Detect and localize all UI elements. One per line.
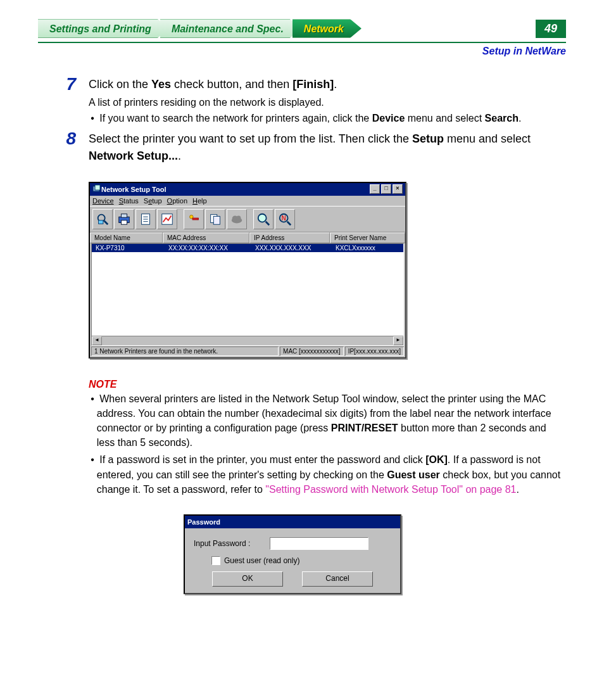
status-button[interactable] <box>135 209 156 229</box>
cell-ip: XXX.XXX.XXX.XXX <box>251 245 332 251</box>
document-icon <box>139 212 153 226</box>
step-7-main: Click on the Yes check button, and then … <box>89 76 521 92</box>
minimize-button[interactable]: _ <box>370 184 380 194</box>
menu-option[interactable]: Option <box>167 197 187 205</box>
chart-icon <box>160 212 174 226</box>
network-setup-tool-window: Network Setup Tool _ □ × Device Status S… <box>89 182 406 359</box>
magnify-icon <box>256 212 270 226</box>
cloud-button[interactable] <box>227 209 247 229</box>
menu-device[interactable]: Device <box>92 197 114 205</box>
copy-icon <box>208 212 222 226</box>
list-item[interactable]: KX-P7310 XX:XX:XX:XX:XX:XX XXX.XXX.XXX.X… <box>92 244 403 252</box>
ok-button[interactable]: OK <box>212 571 283 587</box>
svg-point-19 <box>236 215 241 220</box>
guest-user-label: Guest user (read only) <box>224 556 299 565</box>
guest-user-checkbox[interactable] <box>211 556 220 565</box>
section-path: Setup in NetWare <box>38 46 566 57</box>
svg-rect-4 <box>99 220 103 224</box>
svg-text:N: N <box>282 214 286 221</box>
tab-network[interactable]: Network <box>293 19 362 38</box>
menu-help[interactable]: Help <box>192 197 207 205</box>
search-icon <box>96 212 110 226</box>
password-input[interactable] <box>270 537 368 550</box>
divider <box>38 42 566 43</box>
chart-button[interactable] <box>157 209 177 229</box>
gear-key-icon <box>187 212 201 226</box>
password-label: Input Password : <box>194 539 270 548</box>
status-ip: IP[xxx.xxx.xxx.xxx] <box>345 347 404 356</box>
scrollbar-horizontal[interactable]: ◄ ► <box>92 336 403 345</box>
printer-button[interactable] <box>114 209 134 229</box>
step-number: 7 <box>38 75 89 94</box>
printer-list[interactable]: KX-P7310 XX:XX:XX:XX:XX:XX XXX.XXX.XXX.X… <box>91 243 404 346</box>
scroll-left-button[interactable]: ◄ <box>92 336 102 345</box>
guest-user-checkbox-row[interactable]: Guest user (read only) <box>211 556 391 565</box>
menubar: Device Status Setup Option Help <box>90 196 405 206</box>
step-8: 8 Select the printer you want to set up … <box>38 130 566 163</box>
statusbar: 1 Network Printers are found in the netw… <box>90 346 405 357</box>
note-label: NOTE <box>89 379 566 390</box>
search-button[interactable] <box>92 209 113 229</box>
note-block: NOTE When several printers are listed in… <box>89 379 566 497</box>
svg-line-24 <box>287 221 291 225</box>
close-button[interactable]: × <box>393 184 403 194</box>
svg-rect-7 <box>121 220 127 224</box>
note-bullet-1: When several printers are listed in the … <box>89 391 566 450</box>
maximize-button[interactable]: □ <box>381 184 391 194</box>
printer-icon <box>117 212 131 226</box>
toolbar: N <box>90 206 405 232</box>
status-mac: MAC [xxxxxxxxxxxx] <box>280 347 344 356</box>
copy-button[interactable] <box>205 209 225 229</box>
cell-ps: KXCLXxxxxxx <box>332 245 403 251</box>
svg-rect-16 <box>213 216 220 224</box>
step-7-sub: A list of printers residing on the netwo… <box>89 95 521 110</box>
svg-line-3 <box>104 220 108 224</box>
note-bullet-2: If a password is set in the printer, you… <box>89 452 566 497</box>
svg-rect-1 <box>95 185 100 190</box>
col-print-server[interactable]: Print Server Name <box>330 232 405 243</box>
settings-button[interactable] <box>184 209 204 229</box>
map-pin-icon: N <box>278 212 292 226</box>
cell-mac: XX:XX:XX:XX:XX:XX <box>165 245 251 251</box>
svg-rect-6 <box>121 213 127 217</box>
app-icon <box>92 184 101 194</box>
scroll-right-button[interactable]: ► <box>393 336 403 345</box>
dialog-title: Password <box>187 518 398 526</box>
password-dialog: Password Input Password : Guest user (re… <box>184 514 401 594</box>
window-title: Network Setup Tool <box>101 186 368 193</box>
tab-maintenance[interactable]: Maintenance and Spec. <box>160 19 301 38</box>
tab-settings[interactable]: Settings and Printing <box>38 19 169 38</box>
titlebar[interactable]: Password <box>185 516 400 528</box>
cancel-button[interactable]: Cancel <box>302 571 373 587</box>
xref-link[interactable]: "Setting Password with Network Setup Too… <box>265 484 516 495</box>
svg-line-21 <box>266 221 270 225</box>
cloud-icon <box>230 212 244 226</box>
step-8-main: Select the printer you want to set up fr… <box>89 130 566 163</box>
cell-model: KX-P7310 <box>92 245 165 251</box>
svg-rect-14 <box>192 218 198 220</box>
step-7-bullet: If you want to search the network for pr… <box>89 111 521 125</box>
step-7: 7 Click on the Yes check button, and the… <box>38 76 566 125</box>
svg-point-20 <box>258 213 267 222</box>
map-button[interactable]: N <box>275 209 295 229</box>
step-number: 8 <box>38 129 89 149</box>
list-header: Model Name MAC Address IP Address Print … <box>90 232 405 243</box>
col-model[interactable]: Model Name <box>90 232 163 243</box>
col-mac[interactable]: MAC Address <box>163 232 249 243</box>
top-tabbar: Settings and Printing Maintenance and Sp… <box>38 19 566 38</box>
col-ip[interactable]: IP Address <box>249 232 330 243</box>
status-main: 1 Network Printers are found in the netw… <box>91 347 279 356</box>
titlebar[interactable]: Network Setup Tool _ □ × <box>90 183 405 196</box>
menu-setup[interactable]: Setup <box>144 197 162 205</box>
menu-status[interactable]: Status <box>119 197 139 205</box>
page-number-badge: 49 <box>536 20 566 38</box>
find-button[interactable] <box>253 209 274 229</box>
